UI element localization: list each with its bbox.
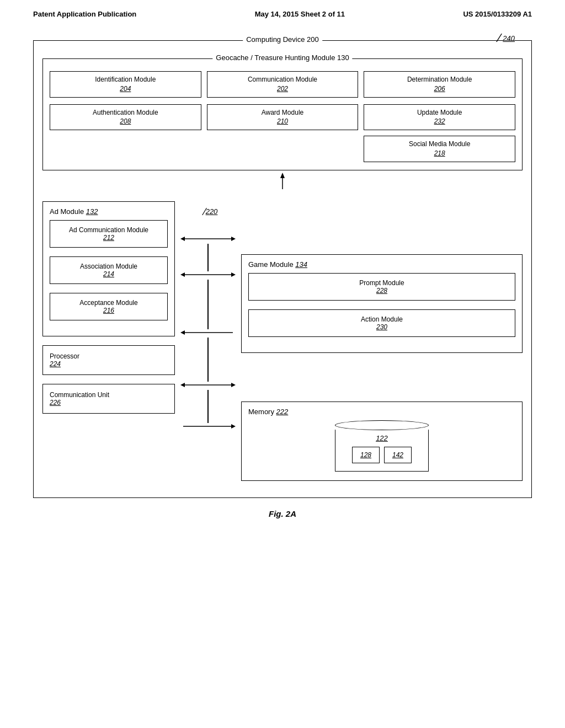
- svg-marker-14: [231, 424, 236, 429]
- up-arrow: [42, 173, 523, 190]
- svg-marker-1: [280, 173, 285, 178]
- modules-row1: Identification Module 204 Communication …: [50, 71, 515, 98]
- svg-marker-11: [180, 383, 185, 387]
- award-module: Award Module 210: [207, 104, 359, 131]
- arrow-memory: [180, 423, 236, 431]
- v-line1: [207, 244, 209, 271]
- modules-row2: Authentication Module 208 Award Module 2…: [50, 104, 515, 131]
- ad-comm-module: Ad Communication Module 212: [50, 220, 168, 248]
- svg-marker-6: [180, 272, 185, 277]
- lower-section: Ad Module 132 Ad Communication Module 21…: [42, 201, 523, 481]
- game-module-section: Game Module 134 Prompt Module 228 Action…: [241, 254, 523, 353]
- ad-module-label: Ad Module 132: [50, 207, 168, 216]
- communication-module: Communication Module 202: [207, 71, 359, 98]
- social-media-module: Social Media Module 218: [364, 136, 515, 162]
- svg-marker-12: [231, 383, 236, 387]
- arrow-assoc: [180, 235, 236, 244]
- fig-caption: Fig. 2A: [33, 509, 532, 518]
- arrow-communit: [180, 382, 236, 390]
- authentication-module: Authentication Module 208: [50, 104, 201, 131]
- v-line2: [207, 280, 209, 329]
- v-line3: [207, 338, 209, 382]
- ad-module-section: Ad Module 132 Ad Communication Module 21…: [42, 201, 175, 336]
- processor-box: Processor 224: [42, 345, 175, 375]
- svg-marker-9: [180, 330, 185, 335]
- ref-240: ∕ 240: [499, 34, 515, 43]
- svg-marker-3: [180, 237, 185, 241]
- inner-box-128: 128: [352, 447, 380, 463]
- center-column: ∕ 220: [175, 201, 241, 481]
- page-header: Patent Application Publication May 14, 2…: [0, 0, 565, 24]
- memory-section: Memory 222 122 128 142: [241, 402, 523, 481]
- memory-label: Memory 222: [248, 408, 515, 416]
- game-module-label: Game Module 134: [248, 260, 515, 269]
- computing-device-label: Computing Device 200: [243, 35, 322, 44]
- cylinder-inner: 128 142: [341, 447, 423, 463]
- ref-220: ∕ 220: [204, 207, 218, 217]
- acceptance-module: Acceptance Module 216: [50, 293, 168, 320]
- header-left: Patent Application Publication: [33, 10, 136, 18]
- v-line4: [207, 390, 209, 423]
- modules-row3: Social Media Module 218: [50, 136, 515, 162]
- svg-marker-4: [231, 237, 236, 241]
- header-center: May 14, 2015 Sheet 2 of 11: [255, 10, 345, 18]
- comm-unit-box: Communication Unit 226: [42, 384, 175, 414]
- cylinder: 122 128 142: [335, 420, 429, 472]
- geocache-box: Geocache / Treasure Hunting Module 130 I…: [42, 58, 523, 170]
- main-content: Computing Device 200 ∕ 240 Geocache / Tr…: [0, 24, 565, 535]
- arrow-processor: [180, 329, 236, 338]
- prompt-module: Prompt Module 228: [248, 273, 515, 301]
- arrow-accept: [180, 271, 236, 280]
- computing-device-box: Computing Device 200 ∕ 240 Geocache / Tr…: [33, 40, 532, 498]
- determination-module: Determination Module 206: [364, 71, 515, 98]
- cylinder-num: 122: [341, 434, 423, 442]
- association-module: Association Module 214: [50, 256, 168, 284]
- header-right: US 2015/0133209 A1: [463, 10, 532, 18]
- svg-marker-7: [231, 272, 236, 277]
- geocache-label: Geocache / Treasure Hunting Module 130: [212, 53, 352, 62]
- action-module: Action Module 230: [248, 309, 515, 337]
- right-column: Game Module 134 Prompt Module 228 Action…: [241, 201, 523, 481]
- left-column: Ad Module 132 Ad Communication Module 21…: [42, 201, 175, 481]
- inner-box-142: 142: [384, 447, 412, 463]
- update-module: Update Module 232: [364, 104, 515, 131]
- center-arrows: [180, 217, 236, 481]
- identification-module: Identification Module 204: [50, 71, 201, 98]
